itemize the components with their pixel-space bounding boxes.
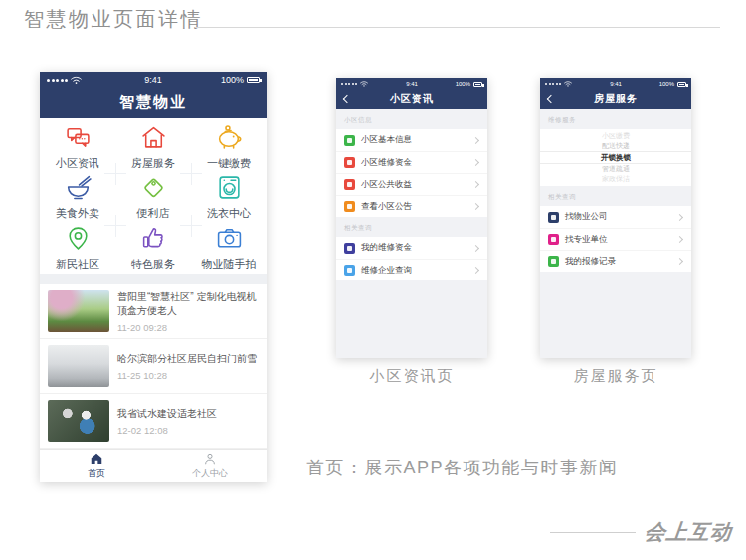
status-bar: 9:41 100% <box>540 78 691 90</box>
news-title: 哈尔滨部分社区居民自扫门前雪 <box>117 352 261 366</box>
grid-item-label: 洗衣中心 <box>207 206 251 221</box>
grid-item-label: 新民社区 <box>56 257 99 272</box>
section-divider <box>40 274 267 284</box>
section-label: 相关查询 <box>540 186 691 206</box>
news-time: 11-20 09:28 <box>117 322 261 333</box>
app-title: 智慧物业 <box>119 93 187 112</box>
picker-item[interactable]: 配送快递 <box>540 141 691 151</box>
grid-item-one-key-pay[interactable]: 一键缴费 <box>191 122 267 173</box>
list-item-announcements[interactable]: 查看小区公告 <box>336 195 487 217</box>
battery-group: 100% <box>640 81 686 87</box>
picker-item[interactable]: 小区缴费 <box>540 131 691 141</box>
grid-item-property-snapshot[interactable]: 物业随手拍 <box>191 223 267 274</box>
picker-item[interactable]: 家政保洁 <box>540 174 691 184</box>
home-page-description: 首页：展示APP各项功能与时事新闻 <box>306 456 619 479</box>
section-label: 相关查询 <box>336 217 487 237</box>
signal-group <box>47 76 117 85</box>
caption-house-service: 房屋服务页 <box>540 367 691 386</box>
wifi-icon <box>360 81 368 87</box>
function-grid: 小区资讯 房屋服务 一键缴费 <box>40 118 267 275</box>
list-item-public-income[interactable]: 小区公共收益 <box>336 173 487 195</box>
battery-icon <box>473 82 482 87</box>
service-query-list: 找物业公司 找专业单位 我的报修记录 <box>540 206 691 272</box>
list-item-label: 小区基本信息 <box>361 134 467 146</box>
design-sheet: 智慧物业页面详情 9:41 100% 智慧物业 <box>0 0 746 560</box>
news-body: 我省试水建设适老社区 12-02 12:08 <box>117 407 261 436</box>
grid-item-laundry-center[interactable]: 洗衣中心 <box>191 173 267 224</box>
map-pin-icon <box>65 225 92 252</box>
list-item-basic-info[interactable]: 小区基本信息 <box>336 129 487 151</box>
list-item-repair-fund[interactable]: 小区维修资金 <box>336 151 487 173</box>
chevron-right-icon <box>472 159 479 166</box>
list-item-label: 找专业单位 <box>565 234 671 246</box>
list-item-label: 小区维修资金 <box>361 157 467 169</box>
battery-percent: 100% <box>659 81 674 87</box>
tab-bar: 首页 个人中心 <box>40 449 267 482</box>
chevron-right-icon <box>472 244 479 251</box>
nav-bar: 小区资讯 <box>336 90 487 109</box>
list-item-label: 找物业公司 <box>565 211 671 223</box>
status-time: 9:41 <box>592 81 639 87</box>
related-query-list: 我的维修资金 维修企业查询 <box>336 237 487 280</box>
repair-record-icon <box>548 256 559 267</box>
home-icon <box>90 452 103 466</box>
list-item-label: 小区公共收益 <box>361 179 467 191</box>
list-item-enterprise-search[interactable]: 维修企业查询 <box>336 259 487 280</box>
news-thumbnail-snow <box>48 345 109 387</box>
battery-icon <box>247 77 260 83</box>
service-picker[interactable]: 小区缴费 配送快递 开锁换锁 管道疏通 家政保洁 <box>540 129 691 186</box>
picker-item-selected[interactable]: 开锁换锁 <box>540 151 691 164</box>
picker-item[interactable]: 管道疏通 <box>540 164 691 174</box>
house-service-phone-mockup: 9:41 100% 房屋服务 维修服务 小区缴费 配送快递 开锁换锁 管道疏通 … <box>540 78 691 358</box>
page-title: 智慧物业页面详情 <box>24 6 203 33</box>
signal-dots-icon <box>341 83 357 85</box>
list-item-label: 我的维修资金 <box>361 242 467 254</box>
news-time: 11-25 10:28 <box>117 370 261 381</box>
brand-logo: 会上互动 <box>550 518 732 546</box>
grid-item-label: 便利店 <box>137 206 170 221</box>
caption-community-info: 小区资讯页 <box>336 367 487 386</box>
back-icon[interactable] <box>547 95 555 103</box>
grid-item-label: 美食外卖 <box>56 206 99 221</box>
thumbs-up-icon <box>140 225 167 252</box>
repair-fund-icon <box>344 157 355 168</box>
list-item-find-professional-unit[interactable]: 找专业单位 <box>540 228 691 250</box>
nav-bar: 智慧物业 <box>40 89 267 118</box>
grid-divider-cross <box>104 163 126 185</box>
list-item-find-property-company[interactable]: 找物业公司 <box>540 206 691 228</box>
camera-icon <box>216 225 243 252</box>
status-time: 9:41 <box>388 81 435 87</box>
professional-unit-icon <box>548 234 559 245</box>
news-time: 12-02 12:08 <box>117 425 261 436</box>
news-item[interactable]: 我省试水建设适老社区 12-02 12:08 <box>40 394 267 449</box>
list-item-my-fund[interactable]: 我的维修资金 <box>336 237 487 259</box>
tab-label: 个人中心 <box>192 467 228 480</box>
grid-item-label: 物业随手拍 <box>202 257 257 272</box>
back-icon[interactable] <box>343 95 351 103</box>
chevron-right-icon <box>472 267 479 274</box>
battery-group: 100% <box>189 75 260 85</box>
title-rule <box>195 27 720 28</box>
status-time: 9:41 <box>117 75 188 85</box>
announcement-icon <box>344 201 355 212</box>
chevron-right-icon <box>472 136 479 143</box>
grid-divider-cross <box>180 163 202 185</box>
news-item[interactable]: 哈尔滨部分社区居民自扫门前雪 11-25 10:28 <box>40 339 267 394</box>
nav-bar: 房屋服务 <box>540 90 691 109</box>
tab-personal-center[interactable]: 个人中心 <box>153 450 267 482</box>
chevron-right-icon <box>676 236 683 243</box>
list-item-my-repair-records[interactable]: 我的报修记录 <box>540 250 691 272</box>
price-tag-icon <box>140 174 167 201</box>
signal-group <box>341 81 388 87</box>
property-company-icon <box>548 212 559 223</box>
piggy-bank-icon <box>216 124 243 151</box>
chevron-right-icon <box>676 258 683 265</box>
wifi-icon <box>71 76 82 85</box>
news-body: 普阳里“智慧社区” 定制化电视机顶盒方便老人 11-20 09:28 <box>117 290 261 333</box>
news-item[interactable]: 普阳里“智慧社区” 定制化电视机顶盒方便老人 11-20 09:28 <box>40 284 267 339</box>
status-bar: 9:41 100% <box>40 72 267 89</box>
chat-bubbles-icon <box>65 124 92 151</box>
chevron-right-icon <box>472 203 479 210</box>
signal-group <box>545 81 592 87</box>
tab-home[interactable]: 首页 <box>40 450 153 482</box>
